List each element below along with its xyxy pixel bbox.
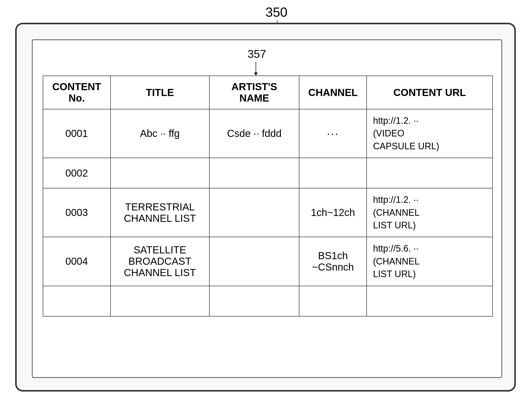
cell-content-no: 0001 xyxy=(43,109,110,158)
arrow-357 xyxy=(256,62,256,73)
cell-title: Abc ·· ffg xyxy=(110,109,209,158)
cell-title: TERRESTRIALCHANNEL LIST xyxy=(110,188,209,237)
cell-artist xyxy=(209,237,299,286)
cell-artist xyxy=(209,158,299,188)
device-frame: 357 CONTENT No. TITLE ARTIST'S NAME CHAN… xyxy=(15,23,516,392)
cell-channel xyxy=(299,286,367,316)
cell-title: SATELLITEBROADCASTCHANNEL LIST xyxy=(110,237,209,286)
cell-content-no: 0004 xyxy=(43,237,110,286)
cell-channel: BS1ch~CSnnch xyxy=(299,237,367,286)
table-row: 0004 SATELLITEBROADCASTCHANNEL LIST BS1c… xyxy=(43,237,493,286)
content-table: CONTENT No. TITLE ARTIST'S NAME CHANNEL … xyxy=(43,76,493,317)
table-row: 0002 xyxy=(43,158,493,188)
screen: 357 CONTENT No. TITLE ARTIST'S NAME CHAN… xyxy=(32,39,502,378)
cell-url: http://5.6. ··(CHANNELLIST URL) xyxy=(367,237,493,286)
cell-artist: Csde ·· fddd xyxy=(209,109,299,158)
cell-content-no: 0003 xyxy=(43,188,110,237)
cell-url: http://1.2. ··(VIDEOCAPSULE URL) xyxy=(367,109,493,158)
cell-artist xyxy=(209,188,299,237)
table-header-row: CONTENT No. TITLE ARTIST'S NAME CHANNEL … xyxy=(43,76,493,109)
header-channel: CHANNEL xyxy=(299,76,367,109)
cell-url xyxy=(367,158,493,188)
header-title: TITLE xyxy=(110,76,209,109)
cell-content-no xyxy=(43,286,110,316)
cell-channel: ··· xyxy=(299,109,367,158)
cell-url xyxy=(367,286,493,316)
cell-content-no: 0002 xyxy=(43,158,110,188)
cell-title xyxy=(110,158,209,188)
ref-label-357: 357 xyxy=(248,48,266,60)
table-row: 0001 Abc ·· ffg Csde ·· fddd ··· http://… xyxy=(43,109,493,158)
header-content-url: CONTENT URL xyxy=(367,76,493,109)
header-content-no: CONTENT No. xyxy=(43,76,110,109)
table-row xyxy=(43,286,493,316)
cell-channel xyxy=(299,158,367,188)
ref-label-350: 350 xyxy=(265,5,287,20)
cell-title xyxy=(110,286,209,316)
table-wrapper: CONTENT No. TITLE ARTIST'S NAME CHANNEL … xyxy=(43,76,493,317)
table-row: 0003 TERRESTRIALCHANNEL LIST 1ch~12ch ht… xyxy=(43,188,493,237)
cell-channel: 1ch~12ch xyxy=(299,188,367,237)
cell-url: http://1.2. ··(CHANNELLIST URL) xyxy=(367,188,493,237)
header-artists-name: ARTIST'S NAME xyxy=(209,76,299,109)
cell-artist xyxy=(209,286,299,316)
